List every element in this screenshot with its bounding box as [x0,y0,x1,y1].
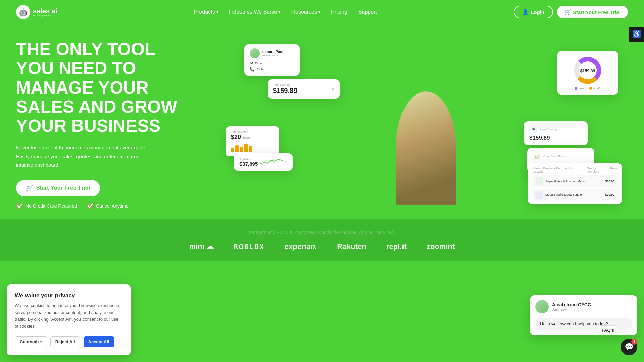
hero-title: THE ONLY TOOL YOU NEED TO MANAGE YOUR SA… [16,40,211,135]
trial-hero-button[interactable]: 🛒 Start Your Free Trial [16,180,100,196]
hero-visual: Lenora Paul Interactions ✉ Email 📞 Calle… [224,44,628,205]
nav-resources[interactable]: Resources ▾ [291,9,320,15]
stats-label: Statistics [239,158,258,161]
price-label: Price [610,167,617,173]
accessibility-button[interactable]: ♿ [629,27,644,42]
graphic-template-label: Graphic Template [587,167,610,173]
contrib-label: Contribute Bonus [543,155,567,158]
sparkline-chart [260,157,283,167]
no-credit-card-badge: ✅ No Credit Card Required [16,202,77,210]
check-icon: ✅ [16,202,23,210]
trend-up-icon: ↑ [285,159,287,165]
invoice-card: Total Invoice $20 100% [226,126,279,156]
contact-card: Lenora Paul Interactions ✉ Email 📞 Calle… [244,44,300,76]
cart-icon: 🛒 [26,185,33,192]
partner-intro: partners and +11,000 customers worldwide… [16,229,628,236]
nav-products[interactable]: Products ▾ [194,9,218,15]
email-icon: ✉ [250,61,253,66]
partner-zoomint: zoomint [427,242,455,251]
partner-mini: mini ☁ [189,242,214,251]
cart-icon: 🛒 [565,9,571,15]
item-name2: Mega Bundle Mega Bundle [545,193,582,196]
item-thumb [535,191,543,199]
logo-text: sales ai a Hinz product [33,7,57,17]
partner-section: partners and +11,000 customers worldwide… [0,219,644,261]
invoice-label: Total Invoice [231,130,274,134]
hero-badges: ✅ No Credit Card Required ✅ Cancel Anyti… [16,202,211,210]
dropdown-icon: ▾ [331,85,334,93]
partner-rakuten: Rakuten [337,242,366,251]
nav-industries[interactable]: Industries We Serve ▾ [229,9,281,15]
earnings-label: Total Earning [273,83,297,87]
eye-icon: 👁 [529,125,537,133]
person-image [382,71,470,205]
bar-chart-item [235,145,239,152]
nav-support[interactable]: Support [358,9,377,15]
nav-links: Products ▾ Industries We Serve ▾ Resourc… [194,9,377,15]
statistics-card: Statistics $37,895 ↑ [234,153,293,171]
item-price2: $00.00 [605,193,614,196]
chart-icon: 📊 [533,152,541,160]
contact-name: Lenora Paul [262,50,283,54]
item-thumb [535,177,543,185]
partner-experian: experian. [285,242,317,251]
partner-logos: mini ☁ ROBLOX experian. Rakuten repl.it … [16,242,628,251]
stats-amount: $37,895 [239,161,258,167]
bar-chart-item [244,144,248,152]
user-icon: 👤 [522,9,529,15]
earnings-amount: $159.89 [273,87,297,95]
nav-actions: 👤 Login 🛒 Start Your Free Trial [514,6,628,18]
card-header-label: Making Business Bet... for Any Occasion [533,167,587,173]
logo-icon: 🤖 [16,5,30,19]
earnings-card: Total Earning $159.89 ▾ [268,79,340,99]
bar-chart-item [240,147,243,152]
item-name: Super Glass & Abstract Magic [545,180,586,183]
chevron-down-icon: ▾ [278,10,280,14]
login-button[interactable]: 👤 Login [514,6,553,18]
nav-pricing[interactable]: Pricing [331,9,347,15]
invoice-amount: $20 [231,134,241,141]
donut-chart: $159.89 [573,55,603,85]
navbar: 🤖 sales ai a Hinz product Products ▾ Ind… [0,0,644,24]
bar-chart-item [249,146,252,152]
chevron-down-icon: ▾ [318,10,320,14]
item-price: $00.00 [605,180,614,183]
logo[interactable]: 🤖 sales ai a Hinz product [16,5,57,19]
hero-content: THE ONLY TOOL YOU NEED TO MANAGE YOUR SA… [16,40,211,209]
item-earning-amount: $159.89 [529,135,582,141]
called-label: Called [257,68,265,71]
check-icon: ✅ [87,202,94,210]
email-label: Email [255,62,263,65]
partner-roblox: ROBLOX [234,243,264,251]
avatar [250,48,260,58]
chevron-down-icon: ▾ [216,10,218,14]
invoice-sub: 100% [243,136,250,140]
item-earning-label: Item Earning [540,128,557,131]
trial-nav-button[interactable]: 🛒 Start Your Free Trial [557,6,628,18]
cancel-anytime-badge: ✅ Cancel Anytime [87,202,128,210]
hero-section: THE ONLY TOOL YOU NEED TO MANAGE YOUR SA… [0,24,644,219]
donut-card: $159.89 type1 type2 [557,51,618,95]
bar-chart-item [231,148,234,152]
item-earning-card: 👁 Item Earning $159.89 [524,121,588,145]
accessibility-icon: ♿ [632,30,641,39]
contact-tag: Interactions [262,54,283,57]
svg-text:$159.89: $159.89 [580,69,595,73]
hero-description: Never lose a client to poor sales manage… [16,143,157,169]
partner-replit: repl.it [386,242,407,251]
phone-icon: 📞 [250,67,255,72]
big-dashboard-card: Making Business Bet... for Any Occasion … [528,163,622,204]
